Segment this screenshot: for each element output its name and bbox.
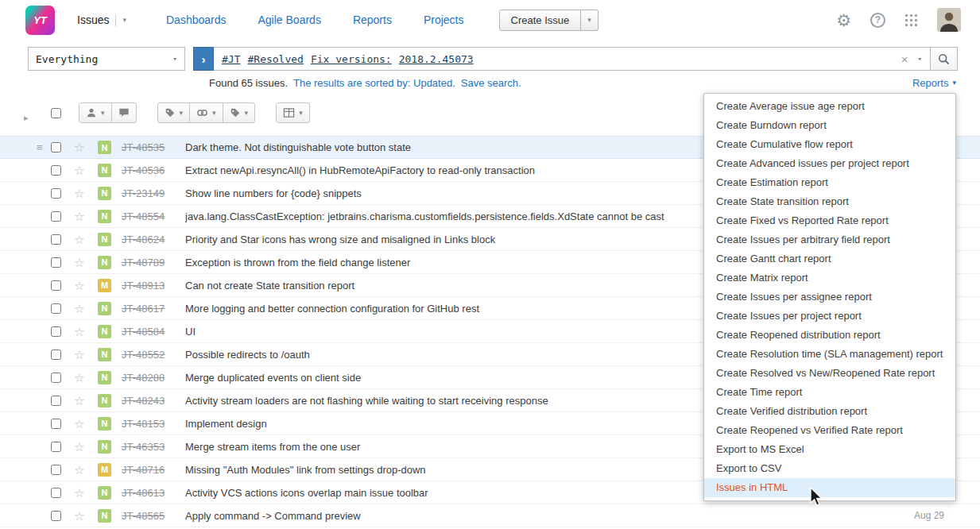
- star-icon[interactable]: ☆: [74, 303, 88, 315]
- issue-row-checkbox[interactable]: [51, 396, 61, 406]
- issue-id[interactable]: JT-48716: [122, 464, 185, 476]
- add-comment-button[interactable]: [111, 102, 137, 123]
- sorted-by-link[interactable]: The results are sorted by: Updated.: [293, 77, 455, 89]
- save-search-link[interactable]: Save search.: [461, 77, 521, 89]
- issue-row-checkbox[interactable]: [51, 234, 61, 245]
- reports-menu-item[interactable]: Create Issues per project report: [704, 307, 955, 326]
- issue-row-checkbox[interactable]: [51, 326, 61, 337]
- search-button[interactable]: [931, 47, 958, 71]
- star-icon[interactable]: ☆: [74, 141, 88, 153]
- reports-menu-item[interactable]: Create Matrix report: [704, 268, 955, 288]
- reports-menu-item[interactable]: Create Cumulative flow report: [704, 135, 955, 154]
- reports-dropdown-link[interactable]: Reports ▾: [912, 77, 956, 89]
- create-issue-button[interactable]: Create Issue: [499, 10, 582, 31]
- reports-menu-item[interactable]: Export to CSV: [704, 459, 955, 478]
- issue-row-checkbox[interactable]: [51, 257, 61, 268]
- nav-projects[interactable]: Projects: [424, 14, 464, 26]
- apply-query-button[interactable]: ›: [193, 47, 214, 71]
- chevron-down-icon[interactable]: ▾: [122, 17, 126, 24]
- reports-menu-item[interactable]: Create Fixed vs Reported Rate report: [704, 211, 955, 230]
- reports-menu-item[interactable]: Create Time report: [704, 383, 955, 402]
- sidebar-expander-icon[interactable]: ▸: [24, 113, 29, 123]
- issue-row-checkbox[interactable]: [51, 303, 61, 314]
- apps-grid-icon[interactable]: [904, 14, 918, 27]
- reports-menu-item[interactable]: Create Resolution time (SLA management) …: [704, 345, 955, 364]
- issue-row-checkbox[interactable]: [51, 488, 61, 498]
- issue-row-checkbox[interactable]: [51, 373, 61, 383]
- issue-id[interactable]: JT-46353: [122, 441, 185, 453]
- search-query-input[interactable]: #JT #Resolved Fix versions: 2018.2.45073…: [214, 47, 931, 71]
- nav-agile-boards[interactable]: Agile Boards: [258, 14, 321, 26]
- issue-id[interactable]: JT-48153: [122, 418, 185, 430]
- issue-row-checkbox[interactable]: [51, 280, 61, 291]
- issue-id[interactable]: JT-48552: [122, 349, 185, 361]
- star-icon[interactable]: ☆: [74, 210, 88, 222]
- reports-menu-item[interactable]: Create Advanced issues per project repor…: [704, 154, 955, 173]
- issue-id[interactable]: JT-40536: [122, 164, 185, 176]
- nav-dashboards[interactable]: Dashboards: [166, 14, 227, 26]
- star-icon[interactable]: ☆: [74, 418, 88, 430]
- gear-icon[interactable]: ⚙: [836, 12, 851, 29]
- issue-id[interactable]: JT-48584: [122, 326, 185, 338]
- help-icon[interactable]: ?: [870, 13, 885, 28]
- select-all-checkbox[interactable]: [51, 108, 61, 118]
- issue-id[interactable]: JT-48554: [122, 210, 185, 222]
- star-icon[interactable]: ☆: [74, 395, 88, 407]
- link-issues-button[interactable]: ▾: [189, 102, 223, 123]
- set-assignee-button[interactable]: ▾: [79, 102, 112, 123]
- issue-id[interactable]: JT-48624: [122, 234, 185, 245]
- reports-menu-item[interactable]: Create Verified distribution report: [704, 402, 955, 421]
- issue-id[interactable]: JT-48288: [122, 372, 185, 384]
- star-icon[interactable]: ☆: [74, 510, 88, 522]
- issue-row-checkbox[interactable]: [51, 349, 61, 360]
- issue-row-checkbox[interactable]: [51, 419, 61, 429]
- user-avatar[interactable]: [937, 8, 961, 32]
- star-icon[interactable]: ☆: [74, 187, 88, 199]
- issue-id[interactable]: JT-48243: [122, 395, 185, 407]
- reports-menu-item[interactable]: Create Issues per arbitrary field report: [704, 230, 955, 249]
- issue-id[interactable]: JT-48617: [122, 303, 185, 315]
- issue-row-checkbox[interactable]: [51, 142, 61, 153]
- star-icon[interactable]: ☆: [74, 349, 88, 361]
- star-icon[interactable]: ☆: [74, 164, 88, 176]
- create-issue-dropdown-button[interactable]: ▾: [581, 10, 598, 31]
- issue-id[interactable]: JT-48789: [122, 257, 185, 268]
- search-context-select[interactable]: Everything ▾: [28, 47, 185, 71]
- issue-id[interactable]: JT-23149: [122, 187, 185, 199]
- reports-menu-item[interactable]: Create Estimation report: [704, 173, 955, 192]
- star-icon[interactable]: ☆: [74, 464, 88, 476]
- issue-row-checkbox[interactable]: [51, 511, 61, 521]
- view-settings-button[interactable]: ▾: [276, 102, 310, 123]
- star-icon[interactable]: ☆: [74, 280, 88, 292]
- nav-issues-current[interactable]: Issues ▾: [77, 14, 126, 26]
- star-icon[interactable]: ☆: [74, 234, 88, 245]
- query-history-chevron-icon[interactable]: ▾: [918, 56, 922, 63]
- star-icon[interactable]: ☆: [74, 487, 88, 499]
- reports-menu-item[interactable]: Create Reopened vs Verified Rate report: [704, 421, 955, 440]
- issue-row-checkbox[interactable]: [51, 188, 61, 199]
- reports-menu-item[interactable]: Create Issues per assignee report: [704, 288, 955, 307]
- issue-summary[interactable]: Apply command -> Command preview: [185, 510, 901, 522]
- issue-row-checkbox[interactable]: [51, 165, 61, 176]
- reports-menu-item[interactable]: Create Average issue age report: [704, 97, 955, 116]
- issue-row-checkbox[interactable]: [51, 465, 61, 475]
- issue-row[interactable]: ≡ ☆ N JT-48565 Apply command -> Command …: [0, 504, 980, 527]
- reports-menu-item[interactable]: Create Resolved vs New/Reopened Rate rep…: [704, 364, 955, 383]
- star-icon[interactable]: ☆: [74, 441, 88, 453]
- star-icon[interactable]: ☆: [74, 372, 88, 384]
- clear-query-icon[interactable]: ×: [901, 52, 908, 66]
- issue-id[interactable]: JT-48535: [122, 141, 185, 153]
- set-field-value-button[interactable]: ▾: [223, 102, 256, 123]
- star-icon[interactable]: ☆: [74, 257, 88, 268]
- issue-id[interactable]: JT-48913: [122, 280, 185, 292]
- reports-menu-item[interactable]: Create State transition report: [704, 192, 955, 211]
- nav-reports[interactable]: Reports: [353, 14, 392, 26]
- add-tag-button[interactable]: ▾: [157, 102, 191, 123]
- issue-id[interactable]: JT-48613: [122, 487, 185, 499]
- reports-menu-item[interactable]: Create Burndown report: [704, 116, 955, 135]
- reports-menu-item[interactable]: Export to MS Excel: [704, 440, 955, 459]
- star-icon[interactable]: ☆: [74, 326, 88, 338]
- reports-menu-item[interactable]: Create Gantt chart report: [704, 249, 955, 268]
- reports-menu-item[interactable]: Issues in HTML: [704, 478, 955, 497]
- youtrack-logo[interactable]: YT: [25, 6, 55, 35]
